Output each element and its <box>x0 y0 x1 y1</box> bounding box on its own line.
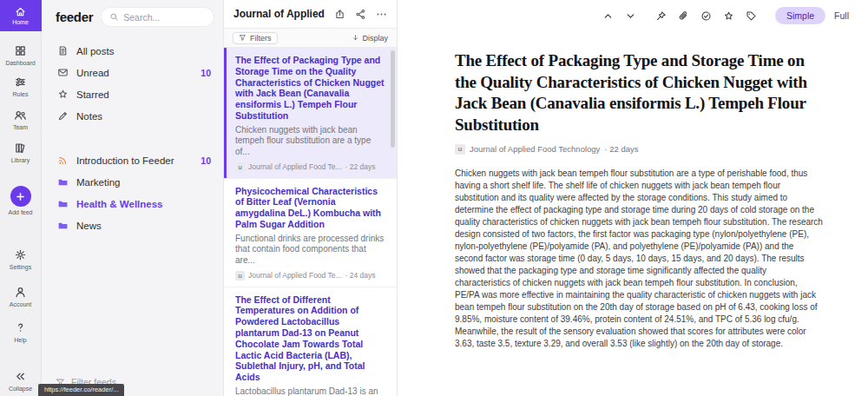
article-title: The Effect of Different Temperatures on … <box>235 294 385 383</box>
nav-label: Help <box>14 337 26 343</box>
document-icon <box>57 45 69 56</box>
display-button[interactable]: Display <box>352 34 388 43</box>
article-meta: u Journal of Applied Food Technology 22 … <box>455 144 823 155</box>
sidebar: feeder All posts Unread 10 Starred <box>42 0 224 396</box>
feed-list: Introduction to Feeder 10 Marketing Heal… <box>42 149 223 236</box>
display-label: Display <box>362 34 388 43</box>
mail-icon <box>57 67 69 78</box>
folder-icon <box>57 176 69 188</box>
nav-item-rules[interactable]: Rules <box>13 76 29 97</box>
folder-icon <box>57 198 69 209</box>
article-meta: u Journal of Applied Food Te... 22 days <box>235 162 385 172</box>
share-network-icon[interactable] <box>355 9 366 20</box>
article-age: 22 days <box>604 144 638 154</box>
source-favicon: u <box>235 271 245 280</box>
article-list-item[interactable]: Physicochemical Characteristics of Bitte… <box>224 179 397 287</box>
folder-icon <box>57 220 69 231</box>
source-favicon: u <box>235 162 245 172</box>
team-icon <box>14 109 27 122</box>
sidebar-item-starred[interactable]: Starred <box>42 83 223 105</box>
feed-item-marketing[interactable]: Marketing <box>42 171 223 193</box>
feed-label: Marketing <box>76 177 121 188</box>
article-preview: Lactobacillus plantarum Dad-13 is an ind… <box>235 386 385 396</box>
list-pane-header: Journal of Applied Fo <box>224 0 397 29</box>
menu-label: Notes <box>76 111 102 122</box>
feed-label: Health & Wellness <box>76 199 163 209</box>
article-list: The Effect of Packaging Type and Storage… <box>224 48 397 396</box>
list-scrollbar[interactable] <box>391 50 395 148</box>
next-article-icon[interactable] <box>625 10 636 22</box>
list-filter-bar: Filters Display <box>224 29 397 48</box>
nav-label: Team <box>13 124 28 130</box>
nav-item-home[interactable]: Home <box>0 0 42 31</box>
reader-pane: Simple Full The Effect of Packaging Type… <box>398 0 868 396</box>
nav-item-team[interactable]: Team <box>13 109 28 130</box>
view-simple-button[interactable]: Simple <box>775 7 825 24</box>
status-url-bar: https://feeder.co/reader/... <box>38 384 124 396</box>
nav-label: Rules <box>13 91 29 97</box>
feeder-logo[interactable]: feeder <box>56 10 93 24</box>
view-full-button[interactable]: Full <box>825 7 858 24</box>
star-icon[interactable] <box>723 10 734 22</box>
source-favicon: u <box>455 144 465 155</box>
unread-count-badge: 10 <box>201 68 211 78</box>
search-icon <box>109 12 119 22</box>
search-box[interactable] <box>101 7 214 27</box>
article-title: The Effect of Packaging Type and Storage… <box>235 55 385 122</box>
article-title: Physicochemical Characteristics of Bitte… <box>235 186 385 230</box>
article-list-item[interactable]: The Effect of Different Temperatures on … <box>224 287 397 396</box>
sidebar-item-all-posts[interactable]: All posts <box>42 40 223 62</box>
article-age: 24 days <box>345 271 376 280</box>
article-list-item[interactable]: The Effect of Packaging Type and Storage… <box>224 48 397 179</box>
rss-icon <box>57 155 69 166</box>
nav-label: Collapse <box>9 386 32 392</box>
sidebar-item-notes[interactable]: Notes <box>42 105 223 127</box>
more-options-icon[interactable] <box>376 9 387 20</box>
nav-item-help[interactable]: Help <box>14 321 27 343</box>
mark-read-icon[interactable] <box>700 10 712 22</box>
sidebar-menu: All posts Unread 10 Starred Notes <box>42 34 223 127</box>
article-meta: u Journal of Applied Food Te... 24 days <box>235 271 385 280</box>
nav-item-account[interactable]: Account <box>10 286 31 307</box>
tag-icon[interactable] <box>746 10 757 22</box>
paperclip-icon[interactable] <box>678 10 689 22</box>
collapse-icon <box>14 370 27 383</box>
nav-rail: Home Dashboard Rules Team Library Add fe… <box>0 0 42 396</box>
person-icon <box>14 286 27 299</box>
pin-icon[interactable] <box>655 10 667 22</box>
nav-label: Add feed <box>8 209 32 215</box>
filters-label: Filters <box>250 34 272 43</box>
feed-count-badge: 10 <box>201 155 211 166</box>
article-source[interactable]: Journal of Applied Food Technology <box>470 144 600 154</box>
nav-item-settings[interactable]: Settings <box>10 248 31 270</box>
previous-article-icon[interactable] <box>602 10 614 22</box>
article-title: The Effect of Packaging Type and Storage… <box>455 50 823 136</box>
search-input[interactable] <box>123 12 206 23</box>
collapse-button[interactable]: Collapse <box>9 370 32 392</box>
feed-item-health-wellness[interactable]: Health & Wellness <box>42 193 223 214</box>
sidebar-item-unread[interactable]: Unread 10 <box>42 62 223 83</box>
nav-label: Home <box>12 19 29 25</box>
article-source: Journal of Applied Food Te... <box>248 271 342 280</box>
nav-item-dashboard[interactable]: Dashboard <box>5 44 35 66</box>
view-mode-toggle: Simple Full <box>775 7 858 24</box>
question-icon <box>14 321 27 334</box>
feed-item-news[interactable]: News <box>42 214 223 236</box>
funnel-icon <box>239 34 247 42</box>
article-body: Chicken nuggets with jack bean tempeh fl… <box>455 168 823 350</box>
nav-label: Settings <box>10 264 31 270</box>
gear-icon <box>14 248 27 261</box>
article-preview: Functional drinks are processed drinks t… <box>235 234 385 267</box>
arrow-down-icon <box>352 34 359 42</box>
filters-button[interactable]: Filters <box>233 32 278 44</box>
article-list-pane: Journal of Applied Fo Filters Display Th… <box>224 0 398 396</box>
feed-label: News <box>76 221 102 231</box>
nav-label: Account <box>10 301 31 307</box>
menu-label: Unread <box>76 68 109 78</box>
feed-item-introduction[interactable]: Introduction to Feeder 10 <box>42 149 223 171</box>
menu-label: All posts <box>76 46 114 56</box>
feed-label: Introduction to Feeder <box>76 155 174 166</box>
share-icon[interactable] <box>334 9 345 20</box>
nav-item-library[interactable]: Library <box>11 142 30 163</box>
add-feed-button[interactable]: Add feed <box>8 186 32 215</box>
